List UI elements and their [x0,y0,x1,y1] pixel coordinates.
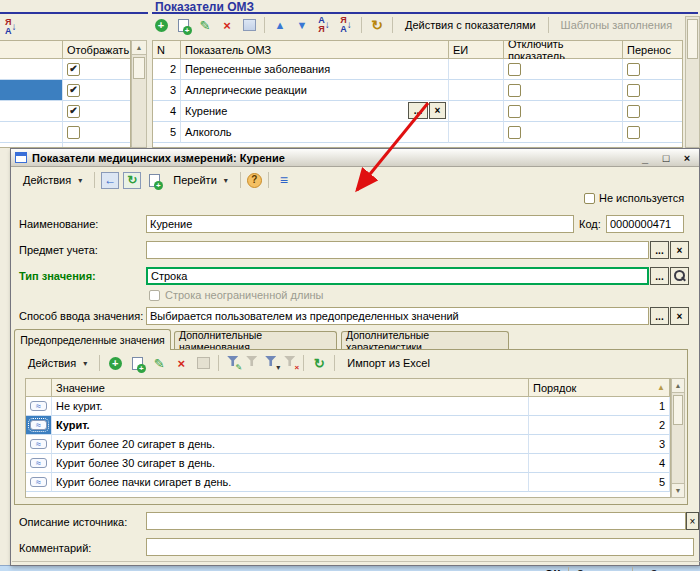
sort-asc-icon[interactable]: АЯ↓ [315,17,333,34]
list-icon[interactable]: ≡ [275,172,293,189]
actions-with-indicators-button[interactable]: Действия с показателями [399,18,542,32]
comment-input[interactable] [146,538,694,556]
clear-filter-icon[interactable]: × [282,356,297,370]
values-toolbar: Действия + ✎ × ✎ ▾ × ↻ Импорт из Excel [22,354,436,372]
predefined-icon: ≈ [30,420,47,430]
transfer-checkbox[interactable] [627,126,640,139]
add-icon[interactable]: + [106,355,124,372]
type-input[interactable]: Строка [146,267,649,285]
add-icon[interactable]: + [152,17,170,34]
window-icon [15,152,27,163]
omz-row[interactable]: 5 Алкоголь [153,122,682,143]
sort-indicator-icon: ▲ [657,383,665,392]
help-icon[interactable]: ? [247,173,262,188]
close-button[interactable]: × [679,152,695,164]
dialog-titlebar[interactable]: Показатели медицинских измерений: Курени… [11,149,699,167]
method-input[interactable]: Выбирается пользователем из предопределе… [146,307,649,325]
set-ok-icon[interactable] [240,17,258,34]
values-scrollbar[interactable]: ▲ ▼ [671,378,685,498]
disable-checkbox[interactable] [508,105,521,118]
copy-icon[interactable] [128,355,146,372]
fill-templates-button[interactable]: Шаблоны заполнения [555,18,678,32]
delete-icon[interactable]: × [172,355,190,372]
edit-icon[interactable]: ✎ [196,17,214,34]
tab-additional-names[interactable]: Дополнительные наименования [174,331,337,349]
display-checkbox[interactable]: ✔ [67,84,80,97]
move-up-icon[interactable]: ▲ [271,17,289,34]
set-ok-icon[interactable] [194,355,212,372]
table-row[interactable]: ✔ [0,59,130,80]
table-row[interactable]: ✔ [0,101,130,122]
reread-icon[interactable]: ← [101,172,119,189]
filter-by-value-icon[interactable]: ▾ [263,356,278,370]
filter-settings-icon[interactable]: ✎ [225,356,240,370]
filter-icon[interactable] [244,356,259,370]
name-input[interactable]: Курение [146,215,574,233]
code-input[interactable]: 0000000471 [606,215,684,233]
predefined-icon: ≈ [30,439,47,449]
type-choose-button[interactable]: ... [650,267,669,285]
sort-desc-icon[interactable]: Я А ↓ [5,18,17,36]
display-checkbox[interactable]: ✔ [67,105,80,118]
values-table: Значение Порядок▲ ≈ Не курит. 1 ≈ Курит.… [25,378,671,498]
actions-menu-button[interactable]: Действия [22,356,93,370]
method-clear-button[interactable]: × [670,307,689,325]
type-label: Тип значения: [19,270,96,282]
scroll-up-icon[interactable]: ▲ [672,379,684,393]
scroll-up-icon[interactable]: ▲ [132,41,146,55]
choose-button[interactable]: ... [408,102,428,119]
goto-menu-button[interactable]: Перейти [167,173,234,187]
actions-menu-button[interactable]: Действия [17,173,88,187]
refresh-icon[interactable]: ↻ [310,355,328,372]
method-choose-button[interactable]: ... [650,307,669,325]
copy-icon[interactable] [174,17,192,34]
tab-predefined-values[interactable]: Предопределенные значения [14,329,171,350]
value-row[interactable]: ≈ Курит более 30 сигарет в день. 4 [26,454,670,473]
restore-icon[interactable]: ↻ [368,17,386,34]
comment-label: Комментарий: [19,542,91,554]
source-input[interactable] [146,512,686,530]
value-row[interactable]: ≈ Не курит. 1 [26,397,670,416]
display-checkbox[interactable] [67,126,80,139]
left-table-scrollbar[interactable]: ▲ [131,40,147,148]
value-row[interactable]: ≈ Курит более 20 сигарет в день. 3 [26,435,670,454]
maximize-button[interactable]: □ [658,152,674,164]
subject-input[interactable] [146,241,649,259]
minimize-button[interactable]: _ [637,152,653,164]
table-row[interactable]: ✔ [0,80,130,101]
delete-icon[interactable]: × [218,17,236,34]
omz-row[interactable]: 2 Перенесенные заболевания [153,59,682,80]
omz-row-editing[interactable]: 4 Курение ... × [153,101,682,122]
disable-checkbox[interactable] [508,84,521,97]
transfer-checkbox[interactable] [627,84,640,97]
value-row-selected[interactable]: ≈ Курит. 2 [26,416,670,435]
dialog-toolbar: Действия ← ↻ Перейти ? ≡ [17,170,293,190]
predefined-icon: ≈ [30,458,47,468]
predefined-values-panel: Действия + ✎ × ✎ ▾ × ↻ Импорт из Excel [14,349,688,505]
display-checkbox[interactable]: ✔ [67,63,80,76]
omz-row[interactable]: 3 Аллергические реакции [153,80,682,101]
disable-checkbox[interactable] [508,126,521,139]
subject-clear-button[interactable]: × [670,241,689,259]
value-row[interactable]: ≈ Курит более пачки сигарет в день. 5 [26,473,670,492]
scroll-down-icon[interactable]: ▼ [672,483,684,497]
edit-icon[interactable]: ✎ [150,355,168,372]
refresh-icon[interactable]: ↻ [123,172,141,189]
transfer-checkbox[interactable] [627,105,640,118]
disable-checkbox[interactable] [508,63,521,76]
not-used-checkbox[interactable] [584,193,595,204]
type-search-button[interactable] [670,267,689,285]
transfer-checkbox[interactable] [627,63,640,76]
table-row[interactable] [0,122,130,143]
import-excel-button[interactable]: Импорт из Excel [341,356,436,370]
tab-additional-characteristics[interactable]: Дополнительные характеристики [341,331,509,349]
unlimited-string-checkbox[interactable] [149,290,160,301]
col-icon [26,379,52,397]
copy-icon[interactable] [145,172,163,189]
omz-table-scrollbar[interactable] [685,16,700,148]
subject-choose-button[interactable]: ... [650,241,669,259]
sort-desc-icon[interactable]: ЯА↓ [337,17,355,34]
move-down-icon[interactable]: ▼ [293,17,311,34]
clear-button[interactable]: × [429,102,446,119]
source-clear-button[interactable]: × [686,512,699,530]
